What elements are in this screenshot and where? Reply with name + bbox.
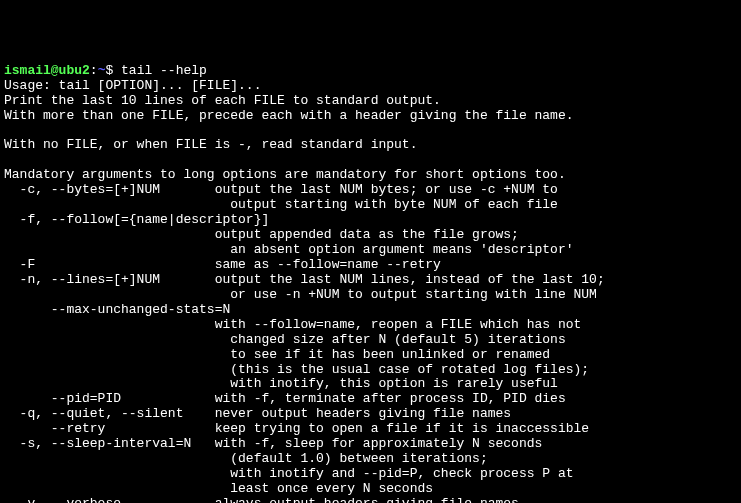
output-line: changed size after N (default 5) iterati…	[4, 332, 566, 347]
output-line: -v, --verbose always output headers givi…	[4, 496, 519, 503]
output-line: Mandatory arguments to long options are …	[4, 167, 566, 182]
output-line: or use -n +NUM to output starting with l…	[4, 287, 597, 302]
output-line: Usage: tail [OPTION]... [FILE]...	[4, 78, 261, 93]
output-line: with inotify and --pid=P, check process …	[4, 466, 574, 481]
output-line: (default 1.0) between iterations;	[4, 451, 488, 466]
output-line: output starting with byte NUM of each fi…	[4, 197, 558, 212]
output-line: Print the last 10 lines of each FILE to …	[4, 93, 441, 108]
terminal[interactable]: ismail@ubu2:~$ tail --help Usage: tail […	[4, 64, 737, 503]
output-line: -F same as --follow=name --retry	[4, 257, 441, 272]
output-line: with inotify, this option is rarely usef…	[4, 376, 558, 391]
prompt-dollar: $	[105, 63, 121, 78]
output-line: with --follow=name, reopen a FILE which …	[4, 317, 581, 332]
output-line: With no FILE, or when FILE is -, read st…	[4, 137, 417, 152]
output-line: -f, --follow[={name|descriptor}]	[4, 212, 269, 227]
command-text: tail --help	[121, 63, 207, 78]
output-line: to see if it has been unlinked or rename…	[4, 347, 550, 362]
prompt-colon: :	[90, 63, 98, 78]
output-line: -q, --quiet, --silent never output heade…	[4, 406, 511, 421]
output-line: --retry keep trying to open a file if it…	[4, 421, 589, 436]
output-line: -s, --sleep-interval=N with -f, sleep fo…	[4, 436, 542, 451]
output-line: -n, --lines=[+]NUM output the last NUM l…	[4, 272, 605, 287]
output-line: --max-unchanged-stats=N	[4, 302, 230, 317]
output-line: an absent option argument means 'descrip…	[4, 242, 574, 257]
output-line: output appended data as the file grows;	[4, 227, 519, 242]
output-line: least once every N seconds	[4, 481, 433, 496]
prompt-user-host: ismail@ubu2	[4, 63, 90, 78]
output-line: --pid=PID with -f, terminate after proce…	[4, 391, 566, 406]
output-line: -c, --bytes=[+]NUM output the last NUM b…	[4, 182, 558, 197]
output-line: With more than one FILE, precede each wi…	[4, 108, 574, 123]
output-line: (this is the usual case of rotated log f…	[4, 362, 589, 377]
